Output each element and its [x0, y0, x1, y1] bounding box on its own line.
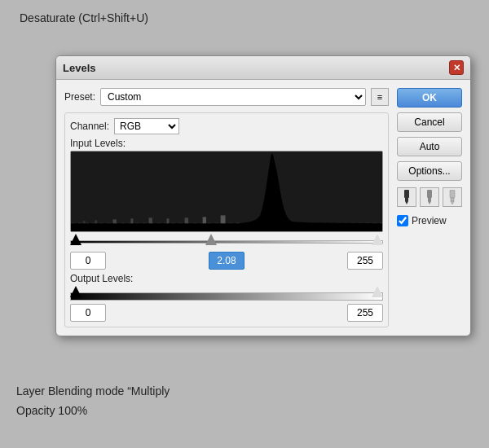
svg-rect-10: [203, 217, 206, 223]
svg-rect-4: [95, 220, 97, 223]
svg-rect-0: [71, 152, 382, 231]
levels-dialog: Levels ✕ Preset: Custom ≡ Channel: RGB: [55, 55, 471, 336]
svg-marker-14: [405, 201, 408, 204]
output-level-values-row: [70, 304, 383, 322]
input-slider-track[interactable]: [70, 240, 383, 244]
svg-rect-11: [221, 215, 226, 223]
preset-label: Preset:: [64, 91, 95, 103]
input-level-values-row: [70, 252, 383, 270]
svg-rect-3: [83, 221, 86, 223]
svg-rect-5: [112, 219, 116, 223]
bottom-line1: Layer Blending mode “Multiply: [16, 384, 170, 397]
svg-rect-15: [427, 190, 432, 198]
eyedropper-white-button[interactable]: [443, 187, 462, 207]
svg-rect-8: [167, 218, 170, 223]
preset-row: Preset: Custom ≡: [64, 88, 389, 106]
input-slider-container: [70, 234, 383, 250]
output-black-field[interactable]: [70, 304, 106, 322]
channel-select[interactable]: RGB: [114, 118, 179, 134]
output-white-thumb[interactable]: [372, 286, 383, 297]
output-levels-label: Output Levels:: [70, 273, 383, 284]
preset-select[interactable]: Custom: [100, 88, 366, 106]
input-mid-thumb[interactable]: [205, 234, 217, 245]
preview-checkbox[interactable]: [397, 215, 408, 226]
bottom-line2: Opacity 100%: [16, 404, 170, 417]
dialog-body: Preset: Custom ≡ Channel: RGB Input Leve…: [56, 80, 470, 336]
input-mid-field[interactable]: [209, 252, 244, 270]
auto-button[interactable]: Auto: [397, 137, 462, 156]
svg-rect-13: [405, 198, 408, 201]
svg-rect-9: [185, 217, 188, 223]
eyedropper-gray-icon: [424, 190, 435, 204]
eyedropper-white-icon: [447, 190, 458, 204]
eyedropper-black-button[interactable]: [397, 187, 416, 207]
cancel-button[interactable]: Cancel: [397, 112, 462, 132]
svg-rect-7: [149, 217, 152, 223]
preset-menu-icon[interactable]: ≡: [371, 88, 389, 106]
svg-rect-19: [451, 198, 454, 201]
dialog-titlebar: Levels ✕: [56, 56, 470, 80]
eyedropper-gray-button[interactable]: [420, 187, 439, 207]
channel-box: Channel: RGB Input Levels:: [64, 112, 389, 327]
output-slider-track[interactable]: [70, 292, 383, 301]
input-white-thumb[interactable]: [372, 234, 383, 245]
svg-rect-18: [450, 190, 455, 198]
eyedropper-black-icon: [401, 190, 412, 204]
input-white-field[interactable]: [347, 252, 383, 270]
close-button[interactable]: ✕: [449, 60, 464, 75]
dialog-right-panel: OK Cancel Auto Options...: [397, 88, 462, 327]
bottom-text-area: Layer Blending mode “Multiply Opacity 10…: [16, 384, 170, 424]
svg-rect-12: [404, 190, 409, 198]
svg-rect-16: [428, 198, 431, 201]
input-black-thumb[interactable]: [70, 234, 82, 245]
desaturate-menu-item: Desaturate (Ctrl+Shift+U): [16, 10, 152, 26]
dialog-left-panel: Preset: Custom ≡ Channel: RGB Input Leve…: [64, 88, 389, 327]
dialog-title: Levels: [63, 62, 95, 74]
input-levels-label: Input Levels:: [70, 138, 383, 149]
svg-rect-6: [130, 218, 133, 223]
histogram-area: [70, 151, 383, 232]
output-slider-container: [70, 286, 383, 302]
input-black-field[interactable]: [70, 252, 106, 270]
options-button[interactable]: Options...: [397, 161, 462, 181]
svg-marker-17: [428, 201, 431, 204]
histogram-svg: [71, 152, 382, 231]
svg-marker-20: [451, 201, 454, 204]
preview-row: Preview: [397, 215, 462, 226]
output-black-thumb[interactable]: [70, 286, 82, 297]
channel-label: Channel:: [70, 121, 109, 132]
output-white-field[interactable]: [347, 304, 383, 322]
channel-row: Channel: RGB: [70, 118, 383, 134]
preview-label: Preview: [412, 215, 447, 226]
ok-button[interactable]: OK: [397, 88, 462, 108]
eyedropper-row: [397, 187, 462, 207]
